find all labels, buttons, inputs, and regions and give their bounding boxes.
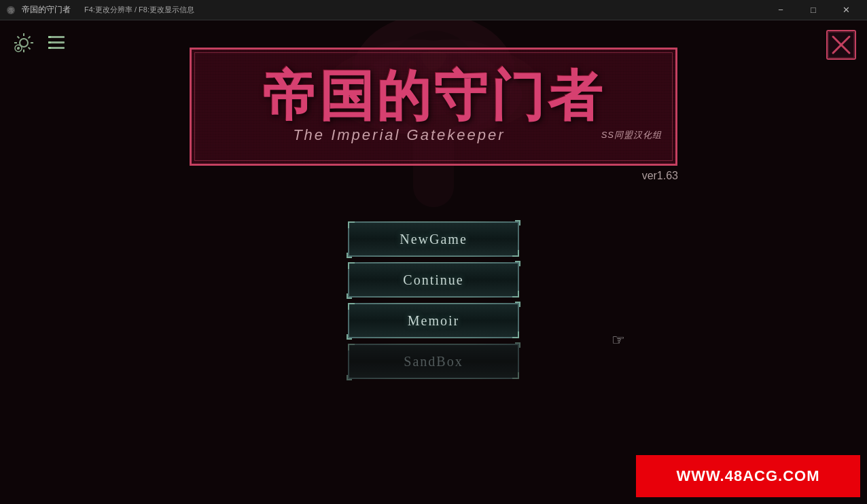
menu-icon-btn[interactable] (43, 30, 69, 56)
maximize-button[interactable]: □ (798, 0, 829, 20)
settings-icon-btn[interactable] (11, 30, 37, 56)
watermark-text: WWW.48ACG.COM (677, 467, 820, 485)
corner-bl (347, 375, 352, 380)
watermark-banner: WWW.48ACG.COM (636, 455, 860, 497)
settings-icon (12, 31, 36, 55)
svg-line-20 (29, 48, 31, 50)
continue-label: Continue (403, 272, 463, 288)
shortcut-hint: F4:更改分辨率 / F8:更改显示信息 (84, 5, 194, 15)
close-button[interactable]: ✕ (830, 0, 862, 20)
close-x-icon (826, 30, 856, 60)
svg-rect-28 (48, 36, 51, 38)
app-title: 帝国的守门者 (22, 4, 71, 16)
memoir-button[interactable]: Memoir (348, 303, 519, 338)
continue-button[interactable]: Continue (348, 262, 519, 298)
logo-area: 帝国的守门者 The Imperial Gatekeeper SS同盟汉化组 v… (189, 48, 678, 182)
svg-point-24 (17, 47, 20, 50)
cursor-pointer: ☞ (612, 331, 625, 349)
corner-tr (515, 261, 520, 266)
menu-icon (46, 33, 67, 53)
sandbox-button[interactable]: SandBox (348, 344, 519, 379)
svg-line-21 (29, 37, 31, 39)
top-left-icons (11, 30, 69, 56)
game-area: 帝国的守门者 The Imperial Gatekeeper SS同盟汉化组 v… (0, 20, 867, 504)
svg-text:帝: 帝 (8, 7, 14, 14)
svg-rect-30 (48, 47, 51, 49)
memoir-label: Memoir (408, 313, 459, 329)
window-controls: − □ ✕ (765, 0, 862, 20)
close-x-button[interactable] (826, 30, 856, 60)
corner-bl (347, 293, 352, 299)
sandbox-label: SandBox (404, 354, 463, 370)
new-game-button[interactable]: NewGame (348, 221, 519, 257)
minimize-button[interactable]: − (765, 0, 796, 20)
corner-tr (515, 342, 520, 348)
logo-english-row: The Imperial Gatekeeper SS同盟汉化组 (192, 126, 675, 144)
logo-box: 帝国的守门者 The Imperial Gatekeeper SS同盟汉化组 (190, 48, 677, 166)
corner-tr (515, 220, 520, 226)
corner-bl (347, 334, 352, 340)
app-icon: 帝 (5, 5, 16, 16)
menu-area: NewGame Continue Memoir SandBox (345, 221, 522, 379)
logo-tag: SS同盟汉化组 (601, 129, 662, 141)
logo-english-title: The Imperial Gatekeeper (205, 126, 593, 144)
logo-chinese-title: 帝国的守门者 (262, 69, 605, 124)
corner-tr (515, 302, 520, 307)
title-bar: 帝 帝国的守门者 F4:更改分辨率 / F8:更改显示信息 − □ ✕ (0, 0, 867, 20)
new-game-label: NewGame (400, 232, 467, 247)
title-left: 帝 帝国的守门者 F4:更改分辨率 / F8:更改显示信息 (5, 4, 194, 16)
svg-rect-29 (48, 41, 51, 43)
version-label: ver1.63 (642, 170, 678, 182)
svg-line-19 (18, 37, 20, 39)
corner-bl (347, 253, 352, 258)
